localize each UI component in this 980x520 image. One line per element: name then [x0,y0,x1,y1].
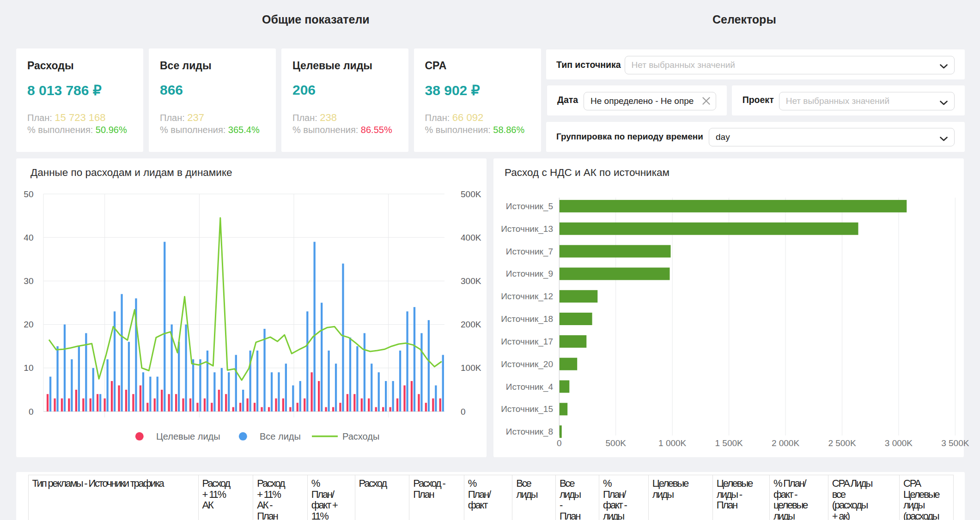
svg-text:1 000K: 1 000K [658,438,687,448]
svg-text:400K: 400K [461,233,481,242]
svg-text:100K: 100K [461,363,481,373]
svg-text:Расходы: Расходы [342,431,379,441]
svg-text:3 500K: 3 500K [941,438,969,448]
svg-text:200K: 200K [461,320,481,329]
svg-text:Источник_13: Источник_13 [501,224,553,234]
svg-text:Источник_4: Источник_4 [506,382,554,392]
svg-text:10: 10 [24,363,33,373]
svg-text:2 500K: 2 500K [828,438,856,448]
svg-text:Источник_20: Источник_20 [501,359,553,369]
svg-text:0: 0 [557,438,562,448]
svg-text:3 000K: 3 000K [885,438,913,448]
svg-text:Источник_17: Источник_17 [501,337,553,347]
svg-text:Источник_8: Источник_8 [506,427,553,437]
svg-text:Источник_12: Источник_12 [501,291,553,302]
svg-text:20: 20 [24,320,33,329]
svg-text:500K: 500K [461,189,481,199]
svg-text:2 000K: 2 000K [772,438,800,448]
svg-text:300K: 300K [461,276,481,286]
svg-text:0: 0 [29,407,34,417]
svg-text:0: 0 [461,407,466,417]
svg-text:Целевые лиды: Целевые лиды [156,431,220,441]
svg-text:Источник_9: Источник_9 [506,269,553,279]
svg-text:Источник_15: Источник_15 [501,404,553,414]
svg-text:1 500K: 1 500K [715,438,743,448]
svg-text:Источник_7: Источник_7 [506,247,553,257]
svg-text:Все лиды: Все лиды [260,431,301,441]
svg-text:30: 30 [24,276,33,286]
svg-text:Источник_5: Источник_5 [506,201,553,212]
svg-text:500K: 500K [606,438,627,448]
svg-text:40: 40 [24,233,33,242]
svg-text:50: 50 [24,189,33,199]
svg-text:Источник_18: Источник_18 [501,314,553,324]
